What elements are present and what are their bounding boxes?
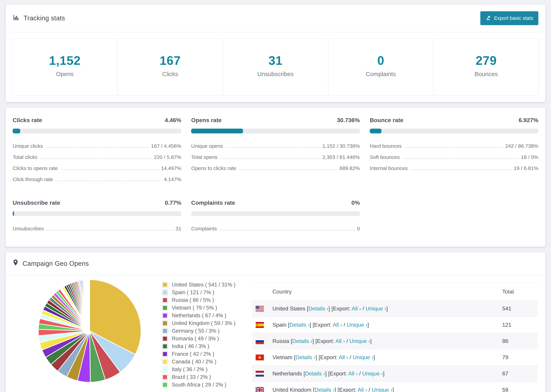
vn-flag-icon (252, 349, 268, 365)
rate-detail-label: Unique opens (191, 143, 223, 149)
rate-value: 0% (352, 199, 360, 206)
rate-block-unsubscribe-rate: Unsubscribe rate 0.77% Unsubscribes 31 (13, 199, 181, 234)
rate-progress-fill (370, 129, 381, 133)
rate-detail-row: Unique clicks 167 / 4.456% (13, 140, 181, 152)
total-cell: 86 (497, 333, 538, 349)
export-unique-link[interactable]: Unique › (366, 305, 386, 312)
stat-label: Opens (12, 71, 117, 77)
country-cell: United States [Details ›] [Export: All ›… (268, 301, 497, 317)
dotted-leader (239, 169, 338, 170)
legend-item-italy: Italy ( 36 / 2% ) (162, 366, 235, 372)
legend-label: Germany ( 55 / 3% ) (172, 328, 219, 334)
legend-swatch (162, 351, 168, 357)
rate-value: 4.46% (165, 117, 181, 124)
card-title-text: Tracking stats (24, 14, 65, 22)
stat-value: 279 (434, 54, 539, 68)
stat-value: 0 (328, 54, 433, 68)
rate-rows: Unique opens 1,152 / 30.736% Total opens… (191, 140, 360, 174)
total-cell: 541 (497, 301, 538, 317)
legend-label: United States ( 541 / 31% ) (172, 282, 235, 288)
rate-detail-row: Soft bounces 18 / 0% (370, 152, 538, 163)
export-all-link[interactable]: All › (358, 387, 367, 392)
export-all-link[interactable]: All › (335, 338, 345, 344)
legend-label: France ( 42 / 2% ) (172, 351, 214, 357)
rate-block-opens-rate: Opens rate 30.736% Unique opens 1,152 / … (191, 117, 360, 185)
rate-rows: Unique clicks 167 / 4.456% Total clicks … (13, 140, 181, 185)
export-all-link[interactable]: All › (333, 322, 342, 328)
dotted-leader (220, 158, 321, 159)
rate-value: 30.736% (337, 117, 360, 124)
us-flag-icon (252, 301, 268, 317)
total-cell: 67 (497, 365, 538, 382)
rate-detail-label: Opens to clicks rate (191, 165, 236, 171)
rate-detail-label: Total clicks (13, 154, 37, 160)
legend-item-france: France ( 42 / 2% ) (162, 351, 235, 357)
export-unique-link[interactable]: Unique › (347, 322, 367, 328)
export-unique-link[interactable]: Unique › (362, 371, 383, 377)
details-link[interactable]: Details › (305, 371, 325, 377)
stat-value: 31 (223, 54, 328, 68)
dotted-leader (60, 169, 159, 170)
legend-item-romania: Romania ( 49 / 3% ) (162, 336, 235, 342)
legend-item-india: India ( 46 / 3% ) (162, 343, 235, 350)
legend-swatch (162, 382, 168, 388)
legend-swatch (162, 282, 168, 288)
export-all-link[interactable]: All › (352, 305, 361, 312)
stat-label: Complaints (328, 71, 433, 77)
tracking-stats-card: Tracking stats Export basic stats 1,152 … (6, 4, 545, 102)
rate-detail-row: Total opens 2,303 / 61.446% (191, 152, 360, 163)
dotted-leader (410, 169, 512, 170)
export-button-label: Export basic stats (494, 15, 533, 21)
dotted-leader (226, 147, 321, 148)
rate-detail-label: Clicks to opens rate (13, 165, 58, 171)
rate-value: 0.77% (165, 199, 181, 206)
export-unique-link[interactable]: Unique › (353, 354, 373, 360)
dotted-leader (46, 147, 149, 148)
details-link[interactable]: Details › (315, 387, 335, 392)
rate-detail-value: 19 / 6.81% (514, 165, 538, 171)
rate-detail-value: 242 / 86.738% (505, 143, 538, 149)
rate-block-clicks-rate: Clicks rate 4.46% Unique clicks 167 / 4.… (13, 117, 181, 185)
rate-progress-bar (191, 211, 360, 216)
export-unique-link[interactable]: Unique › (349, 338, 370, 344)
geo-table-row-united-states: United States [Details ›] [Export: All ›… (252, 301, 538, 317)
legend-item-spain: Spain ( 121 / 7% ) (162, 289, 235, 295)
card-title-text: Campaign Geo Opens (23, 260, 89, 267)
details-link[interactable]: Details › (296, 354, 316, 360)
details-link[interactable]: Details › (292, 338, 312, 344)
legend-swatch (162, 336, 168, 342)
rate-detail-label: Unsubscribes (13, 226, 44, 231)
rate-detail-row: Internal bounces 19 / 6.81% (370, 163, 538, 174)
rate-progress-fill (13, 129, 20, 133)
legend-item-united-kingdom: United Kingdom ( 59 / 3% ) (162, 320, 235, 326)
legend-item-canada: Canada ( 40 / 2% ) (162, 359, 235, 365)
rate-detail-row: Total clicks 220 / 5.87% (13, 152, 181, 163)
rate-rows: Unsubscribes 31 (13, 223, 181, 234)
export-unique-link[interactable]: Unique › (372, 387, 392, 392)
rate-detail-row: Hard bounces 242 / 86.738% (370, 140, 538, 152)
bar-chart-icon (13, 14, 20, 22)
es-flag-icon (252, 317, 268, 333)
rate-progress-bar (370, 129, 538, 133)
details-link[interactable]: Details › (308, 305, 328, 312)
export-all-link[interactable]: All › (339, 354, 348, 360)
rate-detail-label: Complaints (191, 226, 217, 231)
rate-detail-value: 689.82% (339, 165, 360, 171)
rate-detail-value: 2,303 / 61.446% (322, 154, 360, 160)
geo-pie-legend: United States ( 541 / 31% ) Spain ( 121 … (162, 282, 235, 388)
export-all-link[interactable]: All › (348, 371, 358, 377)
tracking-stats-title: Tracking stats (13, 14, 65, 22)
geo-table-row-netherlands: Netherlands [Details ›] [Export: All › /… (252, 365, 538, 382)
country-cell: Vietnam [Details ›] [Export: All › / Uni… (268, 349, 497, 365)
legend-label: Romania ( 49 / 3% ) (172, 336, 219, 342)
stats-strip: 1,152 Opens 167 Clicks 31 Unsubscribes 0… (12, 38, 539, 96)
legend-swatch (162, 297, 168, 303)
rate-progress-fill (13, 211, 14, 216)
rate-detail-value: 18 / 0% (521, 154, 538, 160)
rate-progress-bar (13, 129, 181, 133)
export-basic-stats-button[interactable]: Export basic stats (480, 11, 538, 25)
dotted-leader (219, 230, 355, 230)
flag-column-header (252, 283, 268, 301)
details-link[interactable]: Details › (290, 322, 310, 328)
rate-detail-label: Click through rate (13, 176, 53, 182)
